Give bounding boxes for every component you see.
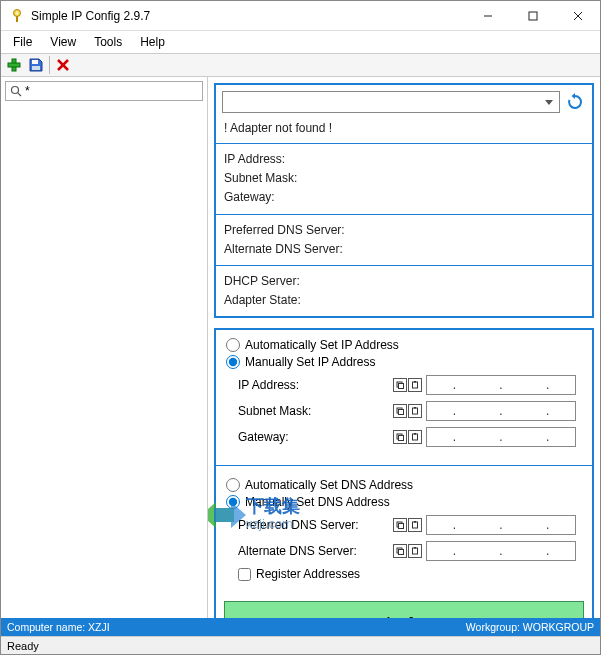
menu-file[interactable]: File <box>5 33 40 51</box>
info-pref-dns: Preferred DNS Server: <box>224 221 584 240</box>
svg-line-14 <box>18 93 21 96</box>
register-addresses-checkbox[interactable] <box>238 568 251 581</box>
menu-tools[interactable]: Tools <box>86 33 130 51</box>
status-bar: Ready <box>1 636 600 654</box>
workgroup-name: Workgroup: WORKGROUP <box>466 621 594 633</box>
computer-name: Computer name: XZJI <box>7 621 110 633</box>
delete-button[interactable] <box>54 56 72 74</box>
status-text: Ready <box>7 640 39 652</box>
svg-rect-19 <box>414 381 416 383</box>
footer-info: Computer name: XZJI Workgroup: WORKGROUP <box>1 618 600 636</box>
toolbar <box>1 53 600 77</box>
ip-config-section: Automatically Set IP Address Manually Se… <box>216 330 592 461</box>
info-state: DHCP Server: Adapter State: <box>216 265 592 316</box>
window-controls <box>465 1 600 30</box>
copy-pref-dns-button[interactable] <box>393 518 407 532</box>
svg-rect-10 <box>32 66 40 70</box>
label-register: Register Addresses <box>256 567 360 581</box>
info-ip: IP Address: <box>224 150 584 169</box>
svg-rect-30 <box>413 522 418 528</box>
radio-ip-manual[interactable] <box>226 355 240 369</box>
app-icon <box>9 8 25 24</box>
adapter-info-panel: ! Adapter not found ! IP Address: Subnet… <box>214 83 594 318</box>
pref-dns-input[interactable]: ... <box>426 515 576 535</box>
subnet-mask-input[interactable]: ... <box>426 401 576 421</box>
field-label-ip: IP Address: <box>238 378 393 392</box>
label-dns-manual: Manually Set DNS Address <box>245 495 390 509</box>
svg-rect-8 <box>8 63 20 67</box>
info-dns: Preferred DNS Server: Alternate DNS Serv… <box>216 214 592 265</box>
maximize-button[interactable] <box>510 1 555 30</box>
svg-rect-34 <box>413 548 418 554</box>
apply-button[interactable]: Apply <box>224 601 584 618</box>
dns-config-section: Automatically Set DNS Address Manually S… <box>216 470 592 597</box>
svg-point-2 <box>16 11 19 15</box>
label-ip-manual: Manually Set IP Address <box>245 355 376 369</box>
paste-pref-dns-button[interactable] <box>408 518 422 532</box>
info-alt-dns: Alternate DNS Server: <box>224 240 584 259</box>
svg-rect-4 <box>529 12 537 20</box>
left-pane <box>1 77 208 618</box>
adapter-select[interactable] <box>222 91 560 113</box>
close-button[interactable] <box>555 1 600 30</box>
label-dns-auto: Automatically Set DNS Address <box>245 478 413 492</box>
menubar: File View Tools Help <box>1 31 600 53</box>
paste-subnet-button[interactable] <box>408 404 422 418</box>
svg-rect-25 <box>399 436 404 441</box>
paste-gateway-button[interactable] <box>408 430 422 444</box>
svg-rect-1 <box>16 16 18 22</box>
svg-marker-15 <box>572 93 576 99</box>
svg-point-13 <box>12 87 19 94</box>
search-input[interactable] <box>25 84 198 98</box>
svg-rect-35 <box>414 547 416 549</box>
svg-rect-22 <box>413 408 418 414</box>
paste-ip-button[interactable] <box>408 378 422 392</box>
svg-rect-9 <box>32 60 38 64</box>
add-button[interactable] <box>5 56 23 74</box>
svg-rect-18 <box>413 382 418 388</box>
svg-rect-23 <box>414 407 416 409</box>
svg-rect-26 <box>413 434 418 440</box>
svg-rect-27 <box>414 433 416 435</box>
paste-alt-dns-button[interactable] <box>408 544 422 558</box>
info-network: IP Address: Subnet Mask: Gateway: <box>216 143 592 214</box>
svg-rect-33 <box>399 550 404 555</box>
label-ip-auto: Automatically Set IP Address <box>245 338 399 352</box>
info-subnet: Subnet Mask: <box>224 169 584 188</box>
svg-rect-31 <box>414 521 416 523</box>
window-title: Simple IP Config 2.9.7 <box>31 9 465 23</box>
save-button[interactable] <box>27 56 45 74</box>
copy-gateway-button[interactable] <box>393 430 407 444</box>
search-icon <box>10 85 22 97</box>
radio-ip-auto[interactable] <box>226 338 240 352</box>
refresh-button[interactable] <box>564 91 586 113</box>
minimize-button[interactable] <box>465 1 510 30</box>
menu-help[interactable]: Help <box>132 33 173 51</box>
right-pane: ! Adapter not found ! IP Address: Subnet… <box>208 77 600 618</box>
field-label-pref-dns: Preferred DNS Server: <box>238 518 393 532</box>
app-window: Simple IP Config 2.9.7 File View Tools H… <box>0 0 601 655</box>
info-adapter-state: Adapter State: <box>224 291 584 310</box>
toolbar-divider <box>49 56 50 74</box>
adapter-notfound-text: ! Adapter not found ! <box>216 119 592 143</box>
gateway-input[interactable]: ... <box>426 427 576 447</box>
config-panel: Automatically Set IP Address Manually Se… <box>214 328 594 618</box>
copy-subnet-button[interactable] <box>393 404 407 418</box>
field-label-subnet: Subnet Mask: <box>238 404 393 418</box>
panel-divider <box>216 465 592 466</box>
field-label-gateway: Gateway: <box>238 430 393 444</box>
ip-address-input[interactable]: ... <box>426 375 576 395</box>
svg-rect-21 <box>399 410 404 415</box>
alt-dns-input[interactable]: ... <box>426 541 576 561</box>
copy-ip-button[interactable] <box>393 378 407 392</box>
field-label-alt-dns: Alternate DNS Server: <box>238 544 393 558</box>
titlebar: Simple IP Config 2.9.7 <box>1 1 600 31</box>
search-box[interactable] <box>5 81 203 101</box>
copy-alt-dns-button[interactable] <box>393 544 407 558</box>
menu-view[interactable]: View <box>42 33 84 51</box>
radio-dns-auto[interactable] <box>226 478 240 492</box>
content-area: ! Adapter not found ! IP Address: Subnet… <box>1 77 600 618</box>
info-gateway: Gateway: <box>224 188 584 207</box>
info-dhcp: DHCP Server: <box>224 272 584 291</box>
radio-dns-manual[interactable] <box>226 495 240 509</box>
